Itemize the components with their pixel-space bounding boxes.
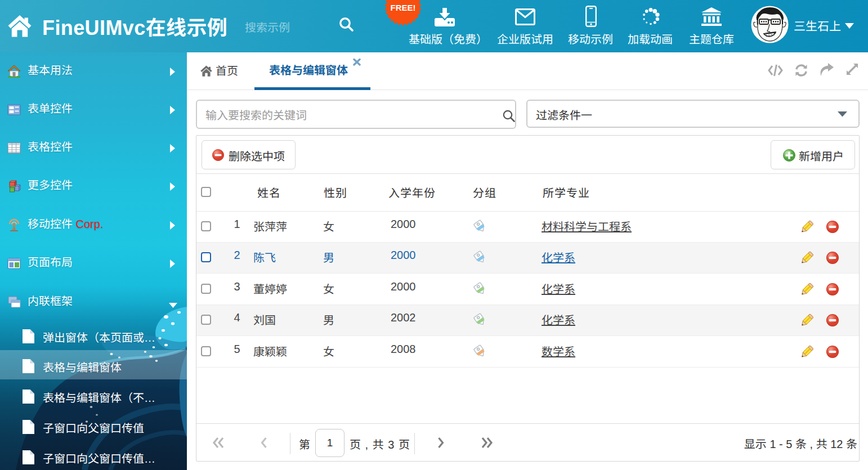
svg-text:FREE!: FREE! (391, 3, 416, 12)
